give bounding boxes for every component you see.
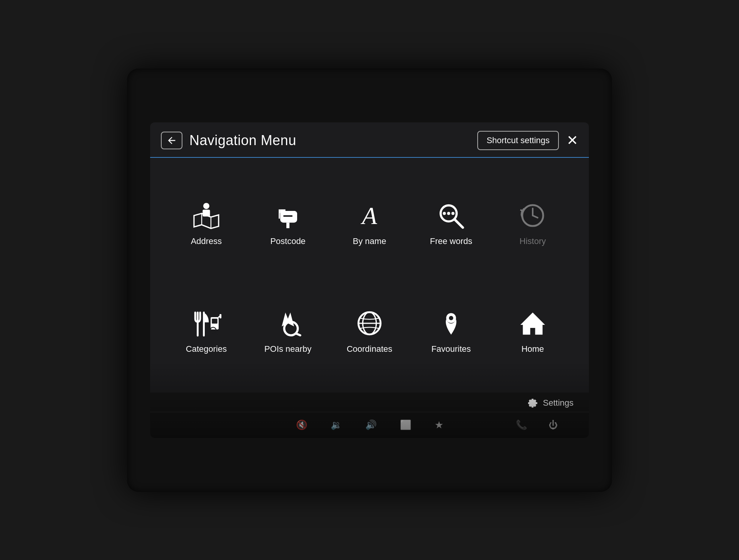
coordinates-icon (352, 308, 387, 339)
settings-label[interactable]: Settings (543, 398, 574, 408)
pois-label: POIs nearby (264, 344, 311, 354)
nav-item-favourites[interactable]: Favourites (410, 300, 492, 362)
svg-point-33 (449, 316, 453, 320)
nav-item-postcode[interactable]: Postcode (247, 192, 329, 254)
mute-icon[interactable]: 🔇 (296, 420, 308, 430)
close-button[interactable]: ✕ (567, 134, 578, 147)
shortcut-settings-button[interactable]: Shortcut settings (477, 131, 559, 150)
header: Navigation Menu Shortcut settings ✕ (150, 122, 589, 158)
svg-line-16 (533, 216, 538, 218)
byname-icon: A (352, 200, 387, 231)
svg-point-12 (447, 212, 450, 215)
svg-rect-21 (212, 319, 217, 324)
volume-up-icon[interactable]: 🔊 (365, 420, 377, 430)
home-label: Home (522, 344, 544, 354)
favourites-icon (434, 308, 468, 339)
svg-line-28 (296, 333, 300, 335)
svg-point-13 (451, 212, 455, 215)
header-left: Navigation Menu (161, 132, 296, 149)
freewords-icon (434, 200, 468, 231)
address-icon (189, 200, 224, 231)
header-right: Shortcut settings ✕ (477, 131, 578, 150)
nav-row-2: Categories POIs nearby (166, 277, 573, 385)
coordinates-label: Coordinates (347, 344, 393, 354)
freewords-label: Free words (430, 236, 472, 246)
bottom-area: Settings 🔇 🔉 🔊 ⬜ ★ 📞 ⏻ (150, 393, 589, 438)
svg-point-11 (443, 212, 446, 215)
history-label: History (520, 236, 546, 246)
svg-point-0 (203, 203, 209, 209)
svg-rect-7 (280, 209, 285, 213)
svg-line-10 (455, 219, 463, 227)
categories-label: Categories (186, 344, 227, 354)
settings-row: Settings (150, 393, 589, 412)
nav-item-address[interactable]: Address (166, 192, 247, 254)
nav-item-byname[interactable]: A By name (329, 192, 410, 254)
nav-item-history[interactable]: History (492, 192, 573, 254)
history-icon (515, 200, 550, 231)
nav-item-pois[interactable]: POIs nearby (247, 300, 329, 362)
home-icon (515, 308, 550, 339)
svg-line-25 (216, 333, 217, 334)
page-title: Navigation Menu (189, 132, 296, 149)
categories-icon (189, 308, 224, 339)
svg-marker-26 (282, 313, 294, 326)
nav-item-freewords[interactable]: Free words (410, 192, 492, 254)
volume-down-icon[interactable]: 🔉 (331, 420, 342, 430)
star-icon[interactable]: ★ (435, 419, 443, 431)
address-label: Address (191, 236, 222, 246)
pois-icon (271, 308, 305, 339)
screen-icon[interactable]: ⬜ (400, 420, 411, 430)
svg-text:A: A (360, 202, 377, 229)
nav-row-1: Address (166, 169, 573, 277)
settings-gear-icon (527, 397, 538, 409)
back-button[interactable] (161, 132, 182, 149)
svg-rect-6 (279, 209, 280, 219)
byname-label: By name (353, 236, 386, 246)
postcode-icon (271, 200, 305, 231)
power-icon[interactable]: ⏻ (549, 420, 558, 430)
nav-item-coordinates[interactable]: Coordinates (329, 300, 410, 362)
phone-icon[interactable]: 📞 (516, 420, 527, 430)
svg-rect-5 (286, 222, 289, 228)
control-bar: 🔇 🔉 🔊 ⬜ ★ 📞 ⏻ (150, 412, 589, 438)
nav-item-home[interactable]: Home (492, 300, 573, 362)
nav-grid: Address (150, 158, 589, 393)
car-screen: Navigation Menu Shortcut settings ✕ (127, 69, 612, 492)
postcode-label: Postcode (270, 236, 306, 246)
svg-marker-34 (520, 313, 545, 335)
nav-item-categories[interactable]: Categories (166, 300, 247, 362)
navigation-screen: Navigation Menu Shortcut settings ✕ (150, 122, 589, 438)
svg-rect-4 (283, 215, 293, 217)
svg-rect-23 (219, 314, 221, 318)
favourites-label: Favourites (431, 344, 471, 354)
